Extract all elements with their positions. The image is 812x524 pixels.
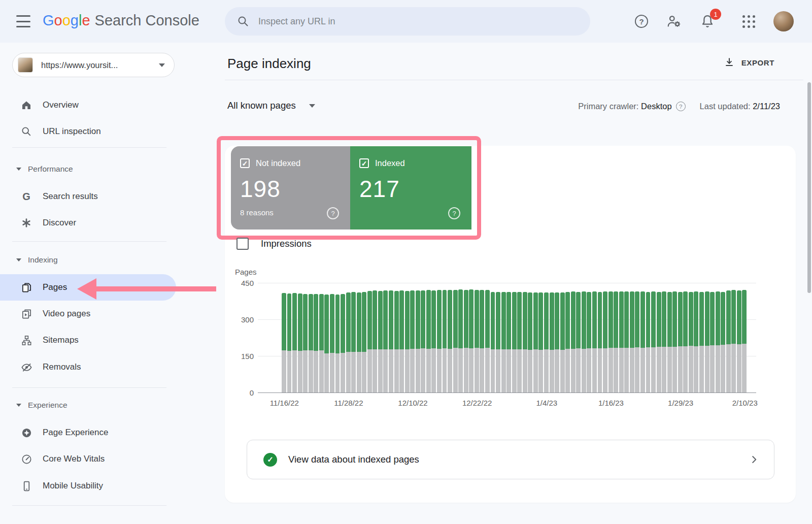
impressions-toggle[interactable]: Impressions xyxy=(236,238,312,250)
help-icon[interactable]: ? xyxy=(635,15,648,28)
chart-bar xyxy=(464,290,468,392)
sidebar-item-search-results[interactable]: G Search results xyxy=(0,183,176,210)
sidebar-item-sitemaps[interactable]: Sitemaps xyxy=(0,327,176,353)
chart-bar xyxy=(731,290,736,392)
y-axis-label: Pages xyxy=(235,268,257,276)
chart-bar xyxy=(475,290,479,392)
sidebar-item-page-experience[interactable]: Page Experience xyxy=(0,419,176,446)
chart-bar xyxy=(742,290,747,392)
chart-bar xyxy=(303,294,308,392)
primary-crawler-label: Primary crawler: xyxy=(578,102,638,111)
view-indexed-data-row[interactable]: ✓ View data about indexed pages xyxy=(247,440,774,479)
gridline xyxy=(258,392,756,393)
user-settings-icon[interactable] xyxy=(666,14,682,29)
divider xyxy=(12,387,166,388)
checkbox-checked-icon[interactable]: ✓ xyxy=(240,158,250,168)
url-inspect-searchbar[interactable] xyxy=(225,7,590,36)
view-data-label: View data about indexed pages xyxy=(288,454,749,465)
account-avatar[interactable] xyxy=(773,11,794,31)
chart-bar xyxy=(512,292,517,392)
x-tick-label: 1/16/23 xyxy=(598,399,624,407)
indexed-card[interactable]: ✓ Indexed 217 ? xyxy=(350,146,471,230)
google-apps-grid-icon[interactable] xyxy=(742,15,755,28)
chart-bar xyxy=(394,291,399,392)
not-indexed-card[interactable]: ✓ Not indexed 198 8 reasons ? xyxy=(231,146,350,230)
help-icon[interactable]: ? xyxy=(327,207,339,219)
sidebar-nav: https://www.yoursit... Overview URL insp… xyxy=(0,43,213,524)
chart-bar xyxy=(341,294,345,392)
export-button[interactable]: EXPORT xyxy=(724,57,774,68)
chart-bar xyxy=(528,292,532,392)
impressions-checkbox[interactable] xyxy=(236,238,249,250)
eye-off-icon xyxy=(20,361,32,373)
sidebar-item-core-web-vitals[interactable]: Core Web Vitals xyxy=(0,446,176,472)
search-icon xyxy=(237,15,249,27)
section-indexing[interactable]: Indexing xyxy=(0,247,176,273)
chart-bar xyxy=(721,292,725,392)
divider xyxy=(12,147,166,148)
notification-badge: 1 xyxy=(710,9,721,20)
chart-bar xyxy=(367,291,372,392)
chart-bar xyxy=(737,290,741,392)
sidebar-item-url-inspection[interactable]: URL inspection xyxy=(0,118,176,145)
sidebar-item-removals[interactable]: Removals xyxy=(0,354,176,380)
chart-bar xyxy=(667,292,672,392)
y-tick-label: 0 xyxy=(231,388,254,397)
indexed-count: 217 xyxy=(359,175,459,203)
sidebar-item-overview[interactable]: Overview xyxy=(0,92,176,118)
chart-bar xyxy=(351,292,356,392)
chevron-down-icon xyxy=(16,258,21,261)
chart-bar xyxy=(282,293,286,392)
not-indexed-label: Not indexed xyxy=(256,158,300,168)
not-indexed-count: 198 xyxy=(240,175,338,203)
chart-bar xyxy=(314,294,318,392)
chart-bar xyxy=(480,290,484,392)
discover-asterisk-icon xyxy=(20,217,32,229)
chart-bar xyxy=(405,291,410,392)
chart-bar xyxy=(491,292,495,392)
page-title: Page indexing xyxy=(227,56,311,72)
home-icon xyxy=(20,99,32,111)
report-meta: Primary crawler: Desktop ? Last updated:… xyxy=(578,102,780,111)
chart-bar xyxy=(582,291,586,392)
sidebar-item-mobile-usability[interactable]: Mobile Usability xyxy=(0,473,176,499)
menu-icon[interactable] xyxy=(16,15,30,27)
sidebar-item-discover[interactable]: Discover xyxy=(0,210,176,236)
app-name: Search Console xyxy=(95,12,199,28)
search-input[interactable] xyxy=(258,16,563,27)
chart-bar xyxy=(383,290,388,392)
chart-bar xyxy=(619,291,624,392)
chart-bar xyxy=(598,292,602,392)
chart-bar xyxy=(651,291,656,392)
section-experience[interactable]: Experience xyxy=(0,392,176,418)
chart-bar xyxy=(646,292,651,392)
section-performance[interactable]: Performance xyxy=(0,156,176,182)
chevron-down-icon xyxy=(16,404,21,407)
page-filter-dropdown[interactable]: All known pages xyxy=(227,100,315,111)
y-tick-label: 300 xyxy=(231,315,254,324)
last-updated-value: 2/11/23 xyxy=(753,102,780,111)
chart-bar xyxy=(389,290,393,392)
sidebar-item-video-pages[interactable]: Video pages xyxy=(0,301,176,327)
chart-bar xyxy=(399,290,404,392)
chart-bar xyxy=(485,290,490,392)
divider xyxy=(12,241,166,242)
sidebar-item-pages[interactable]: Pages xyxy=(0,274,176,301)
scrollbar-thumb[interactable] xyxy=(807,82,811,293)
notifications-bell-icon[interactable]: 1 xyxy=(700,14,715,29)
chart-bar xyxy=(431,290,436,392)
chart-bar xyxy=(710,292,715,392)
chart-bar xyxy=(614,291,618,392)
property-selector[interactable]: https://www.yoursit... xyxy=(12,53,175,77)
sitemaps-icon xyxy=(20,334,32,346)
crawler-help-icon[interactable]: ? xyxy=(676,102,686,111)
topbar-actions: ? 1 xyxy=(635,0,794,43)
google-g-icon: G xyxy=(20,190,32,203)
google-logo: Google xyxy=(43,12,90,28)
chart-bar xyxy=(571,291,576,392)
chart-bar xyxy=(523,292,527,392)
checkbox-checked-icon[interactable]: ✓ xyxy=(359,158,369,168)
chart-bar xyxy=(699,292,704,392)
help-icon[interactable]: ? xyxy=(448,207,460,219)
chart-bar xyxy=(662,291,666,392)
